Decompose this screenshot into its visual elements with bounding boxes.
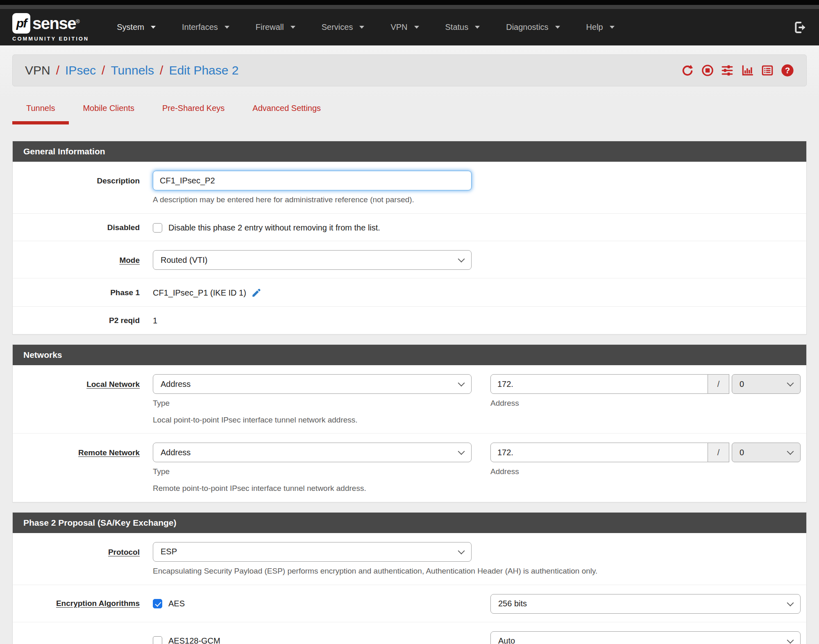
list-icon[interactable] [761, 64, 774, 77]
menu-firewall[interactable]: Firewall [256, 23, 295, 32]
aes128gcm-checkbox-row[interactable]: AES128-GCM [153, 636, 472, 644]
remote-network-label: Remote Network [13, 443, 153, 493]
row-p2reqid: P2 reqid 1 [13, 306, 806, 334]
local-network-type-select[interactable]: Address [153, 374, 472, 394]
aes-bits-select[interactable]: 256 bits [490, 594, 801, 614]
aes128gcm-checkbox[interactable] [153, 636, 162, 644]
menu-services[interactable]: Services [322, 23, 365, 32]
mode-label: Mode [13, 250, 153, 270]
remote-network-prefix-select[interactable]: 0 [732, 443, 801, 462]
pencil-icon[interactable] [251, 287, 262, 298]
protocol-help: Encapsulating Security Payload (ESP) per… [153, 566, 801, 576]
panel-title: General Information [13, 141, 806, 162]
caret-down-icon [225, 26, 229, 29]
panel-phase2-proposal: Phase 2 Proposal (SA/Key Exchange) Proto… [12, 512, 807, 644]
caret-down-icon [151, 26, 156, 29]
aes-checkbox-row[interactable]: AES [153, 599, 472, 608]
breadcrumb-ipsec[interactable]: IPsec [65, 63, 96, 77]
caret-down-icon [414, 26, 419, 29]
phase1-value: CF1_IPsec_P1 (IKE ID 1) [153, 288, 246, 298]
p2reqid-label: P2 reqid [13, 316, 153, 326]
stop-icon[interactable] [701, 64, 714, 77]
menu-help[interactable]: Help [586, 23, 615, 32]
breadcrumb-edit-phase-2[interactable]: Edit Phase 2 [169, 63, 238, 77]
refresh-icon[interactable] [681, 64, 694, 77]
main-menu: System Interfaces Firewall Services VPN … [117, 23, 614, 32]
chevron-down-icon [458, 380, 465, 386]
breadcrumb-tunnels[interactable]: Tunnels [111, 63, 154, 77]
question-icon[interactable]: ? [781, 64, 794, 77]
remote-network-address-input[interactable] [490, 443, 708, 462]
panel-general-information: General Information Description A descri… [12, 141, 807, 334]
local-network-address-input[interactable] [490, 374, 708, 394]
aes-label: AES [168, 599, 185, 608]
menu-interfaces[interactable]: Interfaces [182, 23, 229, 32]
disabled-label: Disabled [13, 223, 153, 233]
phase1-label: Phase 1 [13, 288, 153, 298]
window-chrome-top [0, 0, 819, 5]
local-network-prefix-select[interactable]: 0 [732, 374, 801, 394]
description-label: Description [13, 171, 153, 205]
slash-addon: / [708, 443, 729, 462]
local-network-label: Local Network [13, 374, 153, 425]
aes128gcm-label: AES128-GCM [168, 636, 220, 644]
brand-subtitle: COMMUNITY EDITION [12, 36, 89, 42]
chevron-down-icon [787, 599, 794, 606]
chevron-down-icon [458, 547, 465, 554]
caret-down-icon [555, 26, 560, 29]
pfsense-logo[interactable]: pf sense® COMMUNITY EDITION [12, 13, 89, 42]
menu-system[interactable]: System [117, 23, 156, 32]
local-network-help: Local point-to-point IPsec interface tun… [153, 415, 472, 425]
disabled-checkbox-label: Disable this phase 2 entry without remov… [168, 223, 380, 233]
breadcrumb-vpn: VPN [25, 63, 50, 77]
breadcrumb-separator: / [102, 63, 105, 77]
chevron-down-icon [458, 448, 465, 455]
page-action-icons: ? [681, 64, 794, 77]
description-help: A description may be entered here for ad… [153, 195, 472, 205]
menu-vpn[interactable]: VPN [390, 23, 419, 32]
menu-diagnostics[interactable]: Diagnostics [506, 23, 560, 32]
chevron-down-icon [787, 637, 794, 644]
p2reqid-value: 1 [153, 316, 157, 325]
description-input[interactable] [153, 171, 472, 190]
panel-networks: Networks Local Network Address Type Loca… [12, 344, 807, 502]
pf-logo-box: pf [12, 13, 30, 34]
tab-advanced-settings[interactable]: Advanced Settings [238, 99, 335, 124]
row-encryption-aes: Encryption Algorithms AES 256 bits [13, 585, 806, 622]
remote-network-help: Remote point-to-point IPsec interface tu… [153, 484, 472, 494]
row-encryption-aes128gcm: AES128-GCM Auto [13, 622, 806, 644]
breadcrumb-separator: / [56, 63, 59, 77]
caret-down-icon [610, 26, 615, 29]
row-phase1: Phase 1 CF1_IPsec_P1 (IKE ID 1) [13, 278, 806, 306]
remote-network-type-help: Type [153, 467, 472, 477]
remote-network-type-select[interactable]: Address [153, 443, 472, 462]
slash-addon: / [708, 374, 729, 394]
sign-out-icon[interactable] [794, 21, 807, 34]
brand-name: sense® [32, 15, 79, 32]
remote-network-address-help: Address [490, 467, 801, 477]
aes-checkbox[interactable] [153, 599, 162, 608]
row-local-network: Local Network Address Type Local point-t… [13, 365, 806, 433]
bar-chart-icon[interactable] [741, 64, 754, 77]
mode-select[interactable]: Routed (VTI) [153, 250, 472, 270]
chevron-down-icon [458, 255, 465, 262]
breadcrumb-separator: / [160, 63, 163, 77]
menu-status[interactable]: Status [445, 23, 480, 32]
caret-down-icon [290, 26, 295, 29]
breadcrumb: VPN / IPsec / Tunnels / Edit Phase 2 [25, 63, 239, 77]
sliders-icon[interactable] [721, 64, 734, 77]
panel-title: Networks [13, 345, 806, 365]
tab-bar: Tunnels Mobile Clients Pre-Shared Keys A… [12, 99, 807, 124]
tab-pre-shared-keys[interactable]: Pre-Shared Keys [148, 99, 238, 124]
aes128gcm-bits-select[interactable]: Auto [490, 631, 801, 644]
tab-mobile-clients[interactable]: Mobile Clients [69, 99, 148, 124]
protocol-select[interactable]: ESP [153, 542, 472, 562]
disabled-checkbox[interactable] [153, 223, 162, 233]
row-mode: Mode Routed (VTI) [13, 241, 806, 278]
caret-down-icon [475, 26, 480, 29]
disabled-checkbox-row[interactable]: Disable this phase 2 entry without remov… [153, 223, 801, 233]
breadcrumb-bar: VPN / IPsec / Tunnels / Edit Phase 2 [12, 54, 807, 86]
svg-text:?: ? [785, 66, 790, 75]
local-network-type-help: Type [153, 398, 472, 409]
tab-tunnels[interactable]: Tunnels [12, 99, 69, 124]
